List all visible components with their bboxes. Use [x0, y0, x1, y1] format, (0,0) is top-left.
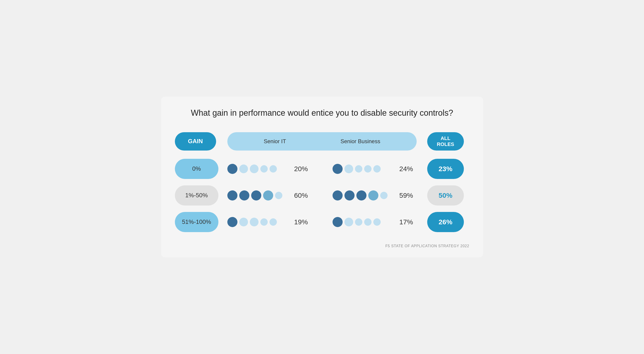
- dots-container: [227, 190, 290, 200]
- dots-container: [332, 190, 396, 200]
- dot-light: [239, 218, 248, 226]
- dot-dark: [344, 190, 354, 200]
- dots-container: [332, 217, 396, 227]
- dot-light: [239, 164, 248, 173]
- columns-header-pill: Senior IT Senior Business: [227, 132, 417, 150]
- header-row: GAIN Senior IT Senior Business ALLROLES: [175, 132, 469, 154]
- gain-label-pill: 51%-100%: [175, 212, 218, 232]
- dot-light: [364, 218, 372, 226]
- senior-business-header-label: Senior Business: [340, 138, 380, 144]
- senior-it-dots-cell: [227, 184, 290, 207]
- dot-dark: [356, 190, 366, 200]
- table-row: 51%-100%19%17%26%: [175, 210, 469, 234]
- all-roles-pill: 26%: [427, 212, 464, 232]
- dot-dark: [332, 217, 343, 227]
- senior-it-pct-cell: 60%: [290, 184, 312, 207]
- all-roles-header-pill: ALLROLES: [427, 132, 464, 150]
- senior-it-pct: 19%: [290, 218, 308, 226]
- dot-mid: [263, 190, 273, 200]
- all-roles-header-label: ALLROLES: [437, 136, 454, 148]
- dot-light: [270, 218, 277, 226]
- dot-light: [364, 165, 372, 172]
- table-body: 0%20%24%23%1%-50%60%59%50%51%-100%19%17%…: [175, 157, 469, 234]
- table-row: 1%-50%60%59%50%: [175, 184, 469, 207]
- all-roles-pill: 50%: [427, 185, 464, 206]
- dot-light: [275, 192, 282, 199]
- dot-light: [380, 192, 388, 199]
- dot-light: [355, 218, 362, 226]
- senior-biz-pct: 59%: [396, 192, 413, 199]
- dot-dark: [332, 164, 343, 174]
- senior-it-pct: 20%: [290, 165, 308, 172]
- gain-header-pill: GAIN: [175, 132, 216, 150]
- dot-mid: [368, 190, 378, 200]
- senior-biz-dots-cell: [332, 184, 396, 207]
- dot-light: [270, 165, 277, 172]
- dot-light: [344, 218, 353, 226]
- senior-it-dots-cell: [227, 210, 290, 234]
- main-card: What gain in performance would entice yo…: [161, 97, 483, 257]
- senior-biz-dots-cell: [332, 210, 396, 234]
- senior-it-pct-cell: 20%: [290, 157, 312, 181]
- senior-biz-pct-cell: 17%: [396, 210, 417, 234]
- chart-title: What gain in performance would entice yo…: [175, 108, 469, 118]
- dot-light: [250, 164, 258, 173]
- dot-light: [250, 218, 258, 226]
- dot-light: [260, 218, 268, 226]
- senior-it-pct-cell: 19%: [290, 210, 312, 234]
- dot-dark: [227, 164, 238, 174]
- dot-dark: [227, 190, 238, 200]
- dot-light: [260, 165, 268, 172]
- all-roles-pill: 23%: [427, 159, 464, 179]
- senior-it-pct: 60%: [290, 192, 308, 199]
- gain-label-pill: 1%-50%: [175, 185, 218, 206]
- dot-light: [373, 165, 381, 172]
- table-row: 0%20%24%23%: [175, 157, 469, 181]
- dot-dark: [332, 190, 343, 200]
- senior-biz-pct: 24%: [396, 165, 413, 172]
- senior-biz-pct-cell: 24%: [396, 157, 417, 181]
- senior-biz-dots-cell: [332, 157, 396, 181]
- senior-it-header-label: Senior IT: [264, 138, 286, 144]
- dots-container: [227, 217, 290, 227]
- footer-citation: F5 STATE OF APPLICATION STRATEGY 2022: [175, 244, 469, 248]
- dot-light: [344, 164, 353, 173]
- dot-dark: [227, 217, 238, 227]
- dot-light: [355, 165, 362, 172]
- dot-light: [373, 218, 381, 226]
- senior-biz-pct: 17%: [396, 218, 413, 226]
- gain-label-pill: 0%: [175, 159, 218, 179]
- dots-container: [227, 164, 290, 174]
- dots-container: [332, 164, 396, 174]
- data-table: GAIN Senior IT Senior Business ALLROLES …: [175, 130, 469, 237]
- dot-dark: [251, 190, 261, 200]
- senior-biz-pct-cell: 59%: [396, 184, 417, 207]
- senior-it-dots-cell: [227, 157, 290, 181]
- dot-dark: [239, 190, 249, 200]
